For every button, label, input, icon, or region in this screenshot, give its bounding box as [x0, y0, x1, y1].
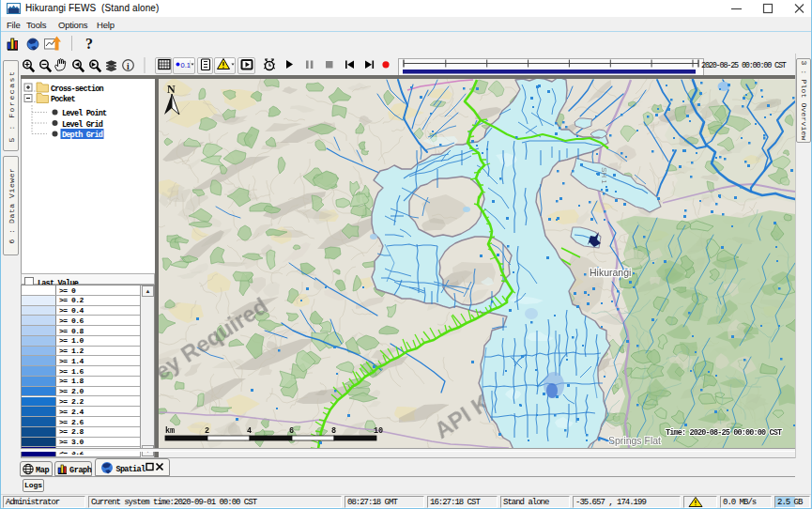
svg-text:Hikurangi: Hikurangi: [590, 267, 631, 278]
svg-text:SH 1: SH 1: [600, 167, 608, 184]
svg-text:Graph: Graph: [69, 466, 92, 475]
svg-text:2020-08-25 00:00:00 CST: 2020-08-25 00:00:00 CST: [701, 61, 787, 70]
svg-text:?: ?: [85, 36, 93, 52]
svg-text:2: 2: [205, 426, 209, 436]
svg-text:0.1: 0.1: [181, 61, 191, 69]
svg-text:Cross-section: Cross-section: [51, 85, 104, 94]
svg-text:6: 6: [289, 426, 294, 436]
svg-text:Spatial: Spatial: [116, 465, 146, 474]
svg-text:Pocket: Pocket: [51, 95, 76, 104]
svg-text:Springs Flat: Springs Flat: [608, 435, 661, 446]
svg-text:km: km: [165, 426, 175, 436]
svg-text:Level Grid: Level Grid: [62, 120, 103, 130]
svg-text:Depth Grid: Depth Grid: [62, 131, 103, 140]
svg-text:Map: Map: [36, 466, 49, 475]
svg-text:10: 10: [374, 426, 383, 436]
svg-text:Level Point: Level Point: [62, 109, 107, 118]
svg-text:N: N: [167, 83, 176, 96]
svg-text:8: 8: [331, 426, 336, 436]
svg-text:Time: 2020-08-25 00:00:00 CST: Time: 2020-08-25 00:00:00 CST: [666, 428, 782, 438]
svg-text:4: 4: [247, 426, 252, 436]
svg-text:i: i: [127, 62, 130, 71]
